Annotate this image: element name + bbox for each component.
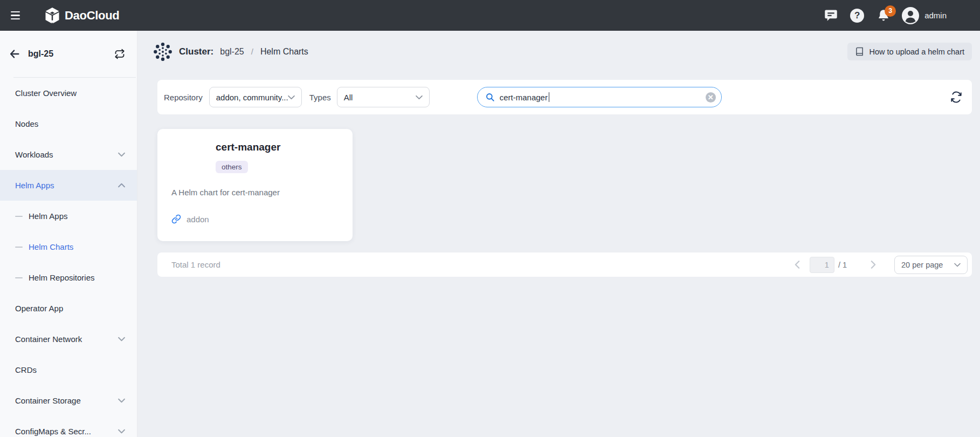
pagination-controls: 1 / 1 20 per page: [792, 256, 968, 274]
sidebar-item-label: Helm Apps: [15, 181, 54, 190]
topbar-actions: ? 3 admin: [822, 6, 980, 25]
sidebar-item-label: Helm Apps: [29, 211, 68, 221]
sidebar-item-label: Operator App: [15, 304, 63, 313]
sidebar-item-label: Nodes: [15, 119, 38, 128]
notification-badge: 3: [885, 5, 896, 17]
chevron-down-icon: [416, 95, 423, 100]
topbar: DaoCloud ? 3: [0, 0, 980, 31]
breadcrumb-cluster[interactable]: bgl-25: [220, 47, 244, 57]
page-size-select[interactable]: 20 per page: [894, 256, 968, 274]
repository-value: addon, community...: [216, 93, 288, 102]
chevron-down-icon: [118, 398, 125, 403]
sidebar-item-label: ConfigMaps & Secr...: [15, 427, 91, 436]
chart-repo-row: addon: [171, 214, 209, 224]
main-content: Cluster: bgl-25 / Helm Charts How to upl…: [138, 31, 980, 437]
sidebar-subitem-helm-charts[interactable]: Helm Charts: [0, 231, 137, 262]
brand-logo[interactable]: DaoCloud: [44, 6, 119, 25]
sidebar-item-label: CRDs: [15, 365, 37, 374]
chevron-down-icon: [288, 95, 295, 100]
sidebar-item-label: Helm Repositories: [29, 273, 95, 282]
sidebar-item-helm-apps-group[interactable]: Helm Apps: [0, 170, 137, 201]
chevron-up-icon: [118, 183, 125, 188]
next-page-button[interactable]: [868, 258, 878, 271]
sidebar-item-cluster-overview[interactable]: Cluster Overview: [0, 78, 137, 108]
search-input[interactable]: cert-manager ✕: [477, 87, 722, 107]
types-value: All: [344, 93, 353, 102]
chart-title: cert-manager: [216, 141, 280, 153]
chat-icon: [824, 8, 838, 23]
search-icon: [485, 92, 495, 102]
avatar-icon: [901, 6, 920, 25]
sidebar-item-configmaps-secrets[interactable]: ConfigMaps & Secr...: [0, 416, 137, 437]
chart-repo-name: addon: [187, 215, 209, 224]
brand-name: DaoCloud: [65, 9, 119, 23]
prev-page-button[interactable]: [792, 258, 802, 271]
chevron-down-icon: [118, 429, 125, 434]
switch-icon: [114, 49, 125, 59]
user-menu[interactable]: admin: [901, 6, 947, 25]
sidebar-item-label: Container Storage: [15, 396, 81, 405]
sidebar-subitem-helm-apps[interactable]: Helm Apps: [0, 201, 137, 231]
filter-bar: Repository addon, community... Types All…: [157, 80, 972, 114]
refresh-button[interactable]: [950, 91, 962, 103]
breadcrumb-page: Helm Charts: [260, 47, 308, 57]
chart-category-tag: others: [216, 161, 248, 173]
menu-toggle-button[interactable]: [9, 10, 23, 21]
sidebar-item-label: Helm Charts: [29, 242, 73, 251]
notifications-button[interactable]: 3: [875, 7, 892, 24]
cluster-dots-icon: [153, 42, 173, 62]
sidebar-subitem-helm-repositories[interactable]: Helm Repositories: [0, 262, 137, 293]
arrow-left-icon: [9, 48, 20, 60]
chevron-left-icon: [795, 261, 800, 269]
sidebar-item-container-network[interactable]: Container Network: [0, 324, 137, 354]
book-icon: [855, 47, 864, 56]
helm-chart-card[interactable]: cert-manager others A Helm chart for cer…: [157, 129, 353, 241]
search-value: cert-manager: [500, 93, 548, 102]
sidebar-item-label: Workloads: [15, 150, 53, 159]
sidebar-item-operator-app[interactable]: Operator App: [0, 293, 137, 324]
types-label: Types: [309, 93, 331, 102]
pagination-bar: Total 1 record 1 / 1 20 per page: [157, 252, 972, 277]
link-icon: [171, 214, 181, 224]
how-to-upload-label: How to upload a helm chart: [869, 47, 964, 56]
messages-button[interactable]: [822, 7, 839, 24]
page-number-input[interactable]: 1: [810, 257, 834, 273]
chevron-down-icon: [118, 152, 125, 157]
chevron-down-icon: [954, 263, 961, 267]
page-count: / 1: [838, 261, 847, 269]
sidebar-item-workloads[interactable]: Workloads: [0, 139, 137, 170]
breadcrumb-label: Cluster:: [179, 46, 213, 57]
chevron-down-icon: [118, 337, 125, 342]
sidebar-item-label: Container Network: [15, 334, 82, 344]
page-size-value: 20 per page: [901, 261, 943, 269]
help-button[interactable]: ?: [848, 7, 866, 24]
sidebar-item-container-storage[interactable]: Container Storage: [0, 385, 137, 416]
subitem-dash: [15, 216, 23, 217]
user-name: admin: [924, 11, 947, 20]
sidebar: bgl-25 Cluster Overview Nodes Workloads …: [0, 31, 137, 437]
sidebar-cluster-name: bgl-25: [28, 49, 53, 59]
question-mark-icon: ?: [850, 9, 864, 23]
sidebar-nav: Cluster Overview Nodes Workloads Helm Ap…: [0, 78, 137, 437]
sidebar-header: bgl-25: [0, 31, 137, 77]
repository-label: Repository: [164, 93, 203, 102]
sidebar-item-label: Cluster Overview: [15, 88, 77, 98]
switch-cluster-button[interactable]: [114, 49, 125, 59]
page-header: Cluster: bgl-25 / Helm Charts How to upl…: [138, 31, 980, 80]
clear-search-button[interactable]: ✕: [706, 92, 716, 103]
types-select[interactable]: All: [337, 87, 430, 107]
text-caret: [549, 92, 550, 102]
chevron-right-icon: [871, 261, 876, 269]
refresh-icon: [950, 91, 962, 103]
daocloud-logo-icon: [44, 6, 60, 25]
sidebar-item-crds[interactable]: CRDs: [0, 354, 137, 385]
how-to-upload-button[interactable]: How to upload a helm chart: [847, 43, 972, 60]
chart-description: A Helm chart for cert-manager: [171, 188, 280, 197]
sidebar-item-nodes[interactable]: Nodes: [0, 108, 137, 139]
subitem-dash: [15, 277, 23, 278]
subitem-dash: [15, 247, 23, 248]
breadcrumb-separator: /: [251, 47, 253, 56]
back-button[interactable]: [9, 48, 20, 60]
total-records: Total 1 record: [171, 260, 220, 269]
repository-select[interactable]: addon, community...: [209, 87, 302, 107]
